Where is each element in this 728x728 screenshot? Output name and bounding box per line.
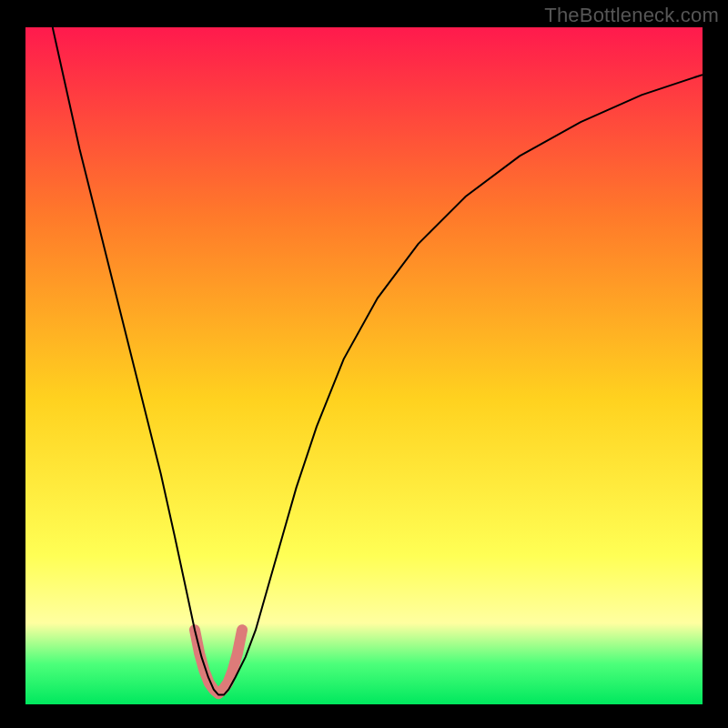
watermark-text: TheBottleneck.com (544, 4, 719, 27)
bottleneck-curve-chart (25, 27, 703, 704)
gradient-background (25, 27, 703, 704)
chart-stage: TheBottleneck.com (0, 0, 728, 728)
plot-area (25, 27, 703, 704)
